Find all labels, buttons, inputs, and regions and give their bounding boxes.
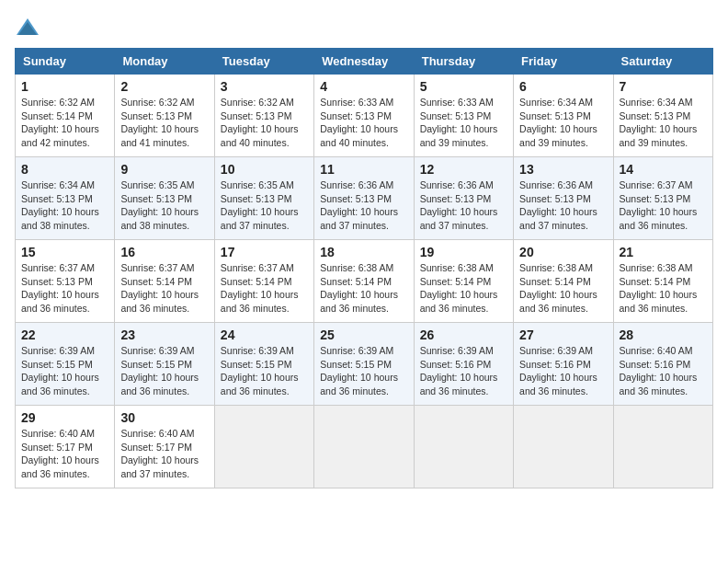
day-cell-21: 21 Sunrise: 6:38 AM Sunset: 5:14 PM Dayl…	[613, 240, 712, 323]
day-number: 4	[320, 79, 407, 94]
sunrise-label: Sunrise: 6:39 AM	[21, 345, 95, 356]
day-cell-22: 22 Sunrise: 6:39 AM Sunset: 5:15 PM Dayl…	[16, 323, 115, 406]
daylight-label: Daylight: 10 hours and 38 minutes.	[120, 206, 199, 231]
sunset-label: Sunset: 5:15 PM	[120, 359, 192, 370]
sunset-label: Sunset: 5:13 PM	[320, 193, 392, 204]
day-cell-14: 14 Sunrise: 6:37 AM Sunset: 5:13 PM Dayl…	[613, 157, 712, 240]
daylight-label: Daylight: 10 hours and 41 minutes.	[120, 123, 199, 148]
day-number: 18	[320, 245, 407, 259]
sunset-label: Sunset: 5:14 PM	[320, 276, 392, 287]
sunrise-label: Sunrise: 6:38 AM	[420, 262, 494, 273]
day-info: Sunrise: 6:34 AM Sunset: 5:13 PM Dayligh…	[519, 96, 607, 150]
empty-cell	[414, 406, 513, 488]
sunrise-label: Sunrise: 6:39 AM	[420, 345, 494, 356]
day-cell-28: 28 Sunrise: 6:40 AM Sunset: 5:16 PM Dayl…	[613, 323, 712, 406]
day-number: 14	[620, 162, 707, 177]
day-cell-19: 19 Sunrise: 6:38 AM Sunset: 5:14 PM Dayl…	[414, 240, 513, 323]
sunset-label: Sunset: 5:14 PM	[221, 276, 292, 287]
week-row-5: 29 Sunrise: 6:40 AM Sunset: 5:17 PM Dayl…	[16, 406, 713, 488]
sunrise-label: Sunrise: 6:38 AM	[519, 262, 593, 273]
sunset-label: Sunset: 5:17 PM	[120, 442, 192, 453]
daylight-label: Daylight: 10 hours and 39 minutes.	[620, 123, 698, 148]
day-info: Sunrise: 6:36 AM Sunset: 5:13 PM Dayligh…	[519, 178, 607, 233]
day-cell-4: 4 Sunrise: 6:33 AM Sunset: 5:13 PM Dayli…	[314, 75, 414, 157]
sunrise-label: Sunrise: 6:34 AM	[620, 97, 693, 108]
sunrise-label: Sunrise: 6:39 AM	[120, 345, 194, 356]
day-number: 12	[420, 162, 507, 177]
sunset-label: Sunset: 5:13 PM	[620, 193, 691, 204]
day-cell-25: 25 Sunrise: 6:39 AM Sunset: 5:15 PM Dayl…	[314, 323, 414, 406]
daylight-label: Daylight: 10 hours and 37 minutes.	[120, 454, 199, 479]
day-number: 6	[519, 79, 607, 94]
day-info: Sunrise: 6:32 AM Sunset: 5:13 PM Dayligh…	[221, 96, 308, 150]
day-info: Sunrise: 6:37 AM Sunset: 5:14 PM Dayligh…	[120, 261, 208, 316]
sunrise-label: Sunrise: 6:40 AM	[21, 428, 95, 439]
daylight-label: Daylight: 10 hours and 36 minutes.	[420, 372, 498, 396]
day-info: Sunrise: 6:35 AM Sunset: 5:13 PM Dayligh…	[120, 178, 208, 233]
daylight-label: Daylight: 10 hours and 37 minutes.	[320, 206, 398, 231]
logo	[15, 15, 44, 40]
sunset-label: Sunset: 5:15 PM	[21, 359, 93, 370]
day-info: Sunrise: 6:33 AM Sunset: 5:13 PM Dayligh…	[420, 96, 507, 150]
day-info: Sunrise: 6:40 AM Sunset: 5:17 PM Dayligh…	[120, 427, 208, 481]
empty-cell	[314, 406, 414, 488]
sunset-label: Sunset: 5:13 PM	[620, 110, 691, 121]
day-number: 10	[221, 162, 308, 177]
day-number: 30	[120, 410, 208, 425]
day-cell-17: 17 Sunrise: 6:37 AM Sunset: 5:14 PM Dayl…	[214, 240, 313, 323]
sunrise-label: Sunrise: 6:40 AM	[620, 345, 693, 356]
day-cell-18: 18 Sunrise: 6:38 AM Sunset: 5:14 PM Dayl…	[314, 240, 414, 323]
daylight-label: Daylight: 10 hours and 36 minutes.	[120, 372, 199, 396]
sunset-label: Sunset: 5:13 PM	[120, 110, 192, 121]
daylight-label: Daylight: 10 hours and 36 minutes.	[221, 289, 299, 314]
day-number: 5	[420, 79, 507, 94]
day-info: Sunrise: 6:33 AM Sunset: 5:13 PM Dayligh…	[320, 96, 407, 150]
day-number: 1	[21, 79, 108, 94]
day-cell-29: 29 Sunrise: 6:40 AM Sunset: 5:17 PM Dayl…	[16, 406, 115, 488]
empty-cell	[214, 406, 313, 488]
sunset-label: Sunset: 5:13 PM	[519, 193, 591, 204]
daylight-label: Daylight: 10 hours and 38 minutes.	[21, 206, 99, 231]
day-info: Sunrise: 6:39 AM Sunset: 5:15 PM Dayligh…	[320, 344, 407, 398]
day-number: 22	[21, 327, 108, 342]
sunrise-label: Sunrise: 6:37 AM	[620, 179, 693, 190]
sunrise-label: Sunrise: 6:39 AM	[519, 345, 593, 356]
day-number: 13	[519, 162, 607, 177]
day-info: Sunrise: 6:38 AM Sunset: 5:14 PM Dayligh…	[620, 261, 707, 316]
daylight-label: Daylight: 10 hours and 40 minutes.	[320, 123, 398, 148]
day-cell-24: 24 Sunrise: 6:39 AM Sunset: 5:15 PM Dayl…	[214, 323, 313, 406]
day-cell-16: 16 Sunrise: 6:37 AM Sunset: 5:14 PM Dayl…	[115, 240, 214, 323]
day-cell-20: 20 Sunrise: 6:38 AM Sunset: 5:14 PM Dayl…	[514, 240, 613, 323]
sunset-label: Sunset: 5:13 PM	[21, 276, 93, 287]
day-info: Sunrise: 6:34 AM Sunset: 5:13 PM Dayligh…	[620, 96, 707, 150]
daylight-label: Daylight: 10 hours and 40 minutes.	[221, 123, 299, 148]
day-number: 28	[620, 327, 707, 342]
sunset-label: Sunset: 5:13 PM	[21, 193, 93, 204]
week-row-1: 1 Sunrise: 6:32 AM Sunset: 5:14 PM Dayli…	[16, 75, 713, 157]
day-number: 21	[620, 245, 707, 259]
day-info: Sunrise: 6:39 AM Sunset: 5:15 PM Dayligh…	[120, 344, 208, 398]
daylight-label: Daylight: 10 hours and 37 minutes.	[420, 206, 498, 231]
day-info: Sunrise: 6:38 AM Sunset: 5:14 PM Dayligh…	[519, 261, 607, 316]
sunrise-label: Sunrise: 6:32 AM	[21, 97, 95, 108]
calendar: SundayMondayTuesdayWednesdayThursdayFrid…	[15, 48, 713, 488]
day-info: Sunrise: 6:40 AM Sunset: 5:17 PM Dayligh…	[21, 427, 108, 481]
sunset-label: Sunset: 5:15 PM	[320, 359, 392, 370]
sunrise-label: Sunrise: 6:35 AM	[221, 179, 294, 190]
day-info: Sunrise: 6:34 AM Sunset: 5:13 PM Dayligh…	[21, 178, 108, 233]
sunrise-label: Sunrise: 6:34 AM	[519, 97, 593, 108]
day-info: Sunrise: 6:39 AM Sunset: 5:16 PM Dayligh…	[420, 344, 507, 398]
day-number: 15	[21, 245, 108, 259]
sunset-label: Sunset: 5:16 PM	[620, 359, 691, 370]
sunrise-label: Sunrise: 6:36 AM	[320, 179, 393, 190]
col-header-wednesday: Wednesday	[314, 49, 414, 75]
sunset-label: Sunset: 5:13 PM	[420, 193, 492, 204]
day-number: 19	[420, 245, 507, 259]
logo-icon	[15, 15, 40, 40]
week-row-4: 22 Sunrise: 6:39 AM Sunset: 5:15 PM Dayl…	[16, 323, 713, 406]
sunset-label: Sunset: 5:13 PM	[221, 110, 292, 121]
day-number: 29	[21, 410, 108, 425]
daylight-label: Daylight: 10 hours and 36 minutes.	[21, 289, 99, 314]
sunrise-label: Sunrise: 6:38 AM	[620, 262, 693, 273]
sunrise-label: Sunrise: 6:36 AM	[420, 179, 494, 190]
